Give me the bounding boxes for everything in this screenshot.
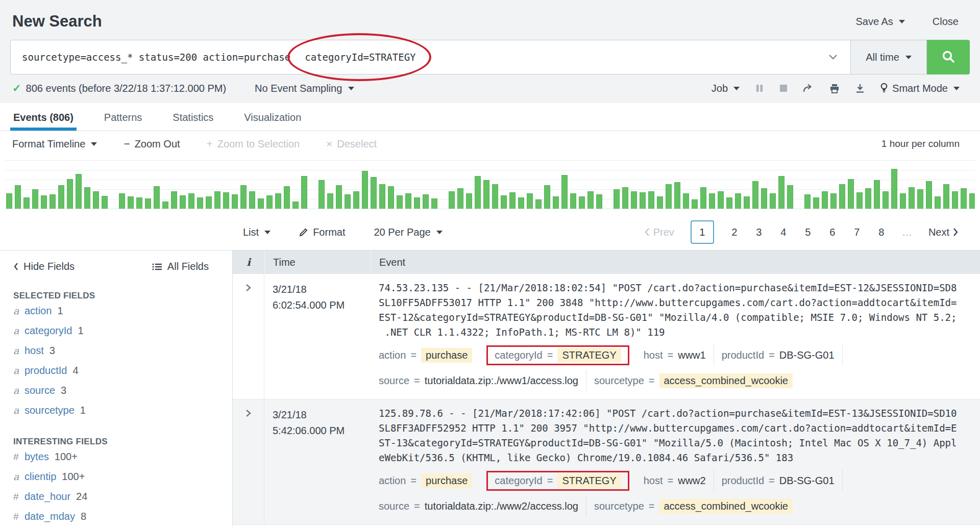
histogram-bar[interactable] [223, 192, 229, 209]
page-link-7[interactable]: 7 [853, 227, 861, 238]
histogram-bar[interactable] [561, 175, 568, 209]
pause-job-icon[interactable] [755, 84, 764, 93]
per-page-dropdown[interactable]: 20 Per Page [374, 227, 442, 238]
field-value-link[interactable]: access_combined_wcookie [659, 373, 793, 388]
event-time-cell[interactable]: 3/21/186:02:54.000 PM [264, 274, 371, 399]
histogram-bar[interactable] [362, 171, 368, 209]
histogram-bar[interactable] [856, 192, 863, 209]
histogram-bar[interactable] [839, 184, 845, 209]
histogram-bar[interactable] [431, 198, 437, 209]
export-download-icon[interactable] [855, 84, 865, 93]
field-value-link[interactable]: www2 [678, 475, 705, 487]
histogram-bar[interactable] [909, 187, 915, 209]
tab-statistics[interactable]: Statistics [169, 103, 216, 131]
histogram-bar[interactable] [865, 188, 871, 209]
histogram-bar[interactable] [50, 194, 56, 209]
field-item-clientip[interactable]: aclientip100+ [13, 467, 232, 487]
histogram-bar[interactable] [292, 202, 299, 209]
histogram-bar[interactable] [848, 179, 854, 209]
field-name-link[interactable]: host [644, 475, 663, 487]
histogram-bar[interactable] [744, 196, 750, 209]
field-value-link[interactable]: www1 [678, 349, 705, 361]
histogram-bar[interactable] [943, 184, 949, 209]
histogram-bar[interactable] [379, 184, 385, 209]
field-value-link[interactable]: tutorialdata.zip:./www1/access.log [425, 375, 578, 387]
histogram-bar[interactable] [822, 191, 828, 209]
histogram-bar[interactable] [874, 180, 880, 209]
field-name-link[interactable]: action [379, 475, 406, 487]
histogram-bar[interactable] [327, 193, 333, 209]
field-value-link[interactable]: DB-SG-G01 [779, 349, 835, 361]
page-link-5[interactable]: 5 [804, 227, 812, 238]
view-type-dropdown[interactable]: List [243, 227, 271, 238]
save-as-button[interactable]: Save As [855, 16, 904, 28]
field-item-sourcetype[interactable]: asourcetype1 [13, 400, 232, 420]
histogram-bar[interactable] [136, 197, 142, 209]
histogram-bar[interactable] [58, 185, 64, 209]
format-button[interactable]: Format [299, 227, 345, 238]
histogram-bar[interactable] [570, 193, 576, 209]
histogram-bar[interactable] [709, 193, 715, 209]
histogram-bar[interactable] [492, 184, 498, 209]
histogram-bar[interactable] [501, 195, 507, 209]
field-item-host[interactable]: ahost3 [13, 341, 232, 361]
field-name-link[interactable]: categoryId [495, 349, 542, 361]
tab-patterns[interactable]: Patterns [101, 103, 145, 131]
histogram-bar[interactable] [457, 188, 463, 209]
histogram-bar[interactable] [891, 169, 897, 209]
field-item-action[interactable]: aaction1 [13, 301, 232, 321]
histogram-bar[interactable] [935, 196, 941, 209]
histogram-bar[interactable] [553, 196, 559, 209]
page-link-6[interactable]: 6 [828, 227, 837, 238]
page-link-2[interactable]: 2 [730, 227, 739, 238]
histogram-bar[interactable] [188, 193, 194, 209]
histogram-bar[interactable] [41, 195, 47, 209]
histogram-bar[interactable] [900, 193, 906, 209]
histogram-bar[interactable] [518, 197, 524, 209]
histogram-bar[interactable] [726, 197, 732, 209]
histogram-bar[interactable] [119, 193, 125, 209]
histogram-bar[interactable] [813, 197, 819, 209]
histogram-bar[interactable] [32, 189, 38, 209]
field-item-date-mday[interactable]: #date_mday8 [13, 507, 232, 526]
histogram-bar[interactable] [683, 193, 689, 209]
page-current[interactable]: 1 [691, 220, 714, 244]
histogram-bar[interactable] [15, 185, 21, 209]
field-name-link[interactable]: productId [722, 349, 764, 361]
format-timeline-button[interactable]: Format Timeline [12, 138, 97, 150]
histogram-bar[interactable] [535, 199, 542, 209]
field-name-link[interactable]: source [379, 375, 409, 387]
histogram-bar[interactable] [266, 195, 273, 209]
histogram-bar[interactable] [770, 193, 776, 209]
histogram-bar[interactable] [6, 193, 12, 209]
share-icon[interactable] [803, 84, 814, 93]
histogram-bar[interactable] [830, 193, 837, 209]
histogram-bar[interactable] [692, 199, 698, 209]
histogram-bar[interactable] [171, 191, 177, 209]
histogram-bar[interactable] [371, 177, 377, 209]
field-value-link[interactable]: DB-SG-G01 [779, 475, 835, 487]
page-link-3[interactable]: 3 [755, 227, 763, 238]
histogram-bar[interactable] [787, 185, 793, 209]
histogram-bar[interactable] [284, 186, 290, 209]
histogram-bar[interactable] [926, 181, 932, 209]
next-page-button[interactable]: Next [928, 227, 959, 238]
field-item-bytes[interactable]: #bytes100+ [13, 447, 232, 467]
page-link-8[interactable]: 8 [877, 227, 886, 238]
histogram-bar[interactable] [657, 196, 663, 209]
histogram-bar[interactable] [579, 196, 585, 209]
field-name-link[interactable]: source [379, 500, 409, 512]
histogram-bar[interactable] [631, 191, 637, 209]
field-name-link[interactable]: categoryId [495, 475, 542, 487]
histogram-bar[interactable] [318, 180, 325, 209]
events-histogram[interactable] [5, 157, 975, 209]
histogram-bar[interactable] [466, 193, 472, 209]
histogram-bar[interactable] [544, 185, 550, 209]
histogram-bar[interactable] [449, 191, 455, 209]
histogram-bar[interactable] [622, 187, 628, 209]
field-value-link[interactable]: purchase [421, 473, 472, 488]
field-item-source[interactable]: asource3 [13, 381, 232, 400]
close-button[interactable]: Close [933, 16, 959, 28]
histogram-bar[interactable] [240, 185, 247, 209]
histogram-bar[interactable] [735, 193, 741, 209]
